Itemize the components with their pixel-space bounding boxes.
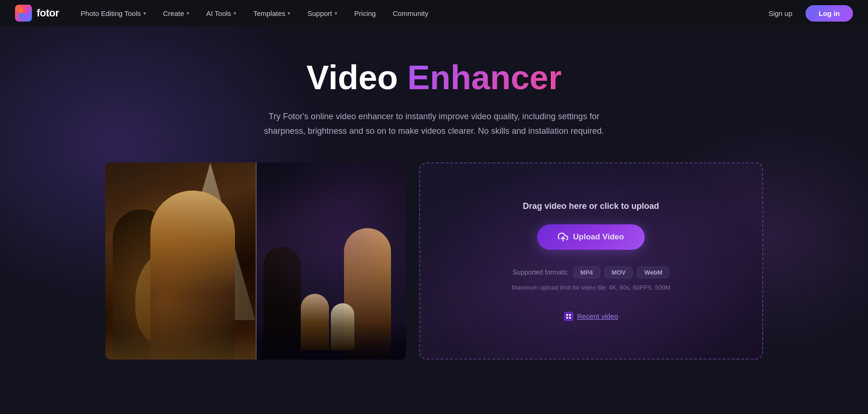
hero-subtitle: Try Fotor's online video enhancer to ins… [251,109,618,138]
hero-section: Video Enhancer Try Fotor's online video … [0,26,868,414]
video-left-panel [105,162,256,360]
nav-item-templates[interactable]: Templates ▾ [245,0,299,26]
upload-video-button[interactable]: Upload Video [537,224,644,250]
login-button[interactable]: Log in [805,5,853,22]
svg-rect-1 [24,8,28,13]
upload-icon [558,232,568,242]
logo-text: fotor [37,7,59,19]
chevron-down-icon: ▾ [234,10,236,16]
main-content-area: Drag video here or click to upload Uploa… [105,162,763,360]
nav-item-pricing[interactable]: Pricing [346,0,384,26]
supported-formats: Supported formats: MP4 MOV WebM [513,267,669,278]
format-badge-mov: MOV [605,267,633,278]
nav-item-create[interactable]: Create ▾ [155,0,198,26]
svg-rect-7 [566,317,568,319]
svg-rect-2 [19,14,23,18]
nav-item-ai-tools[interactable]: AI Tools ▾ [198,0,245,26]
video-preview [105,162,406,360]
recent-video-label: Recent video [577,312,618,320]
svg-rect-0 [19,8,23,13]
signup-button[interactable]: Sign up [763,6,798,21]
chevron-down-icon: ▾ [335,10,337,16]
nav-item-support[interactable]: Support ▾ [299,0,346,26]
drag-text: Drag video here or click to upload [523,201,659,211]
svg-rect-8 [569,317,571,319]
logo-link[interactable]: fotor [15,5,59,22]
chevron-down-icon: ▾ [143,10,146,16]
format-badge-mp4: MP4 [573,267,600,278]
recent-video-icon [564,312,573,321]
upload-dropzone[interactable]: Drag video here or click to upload Uploa… [419,162,763,360]
nav-item-photo-editing-tools[interactable]: Photo Editing Tools ▾ [72,0,155,26]
svg-rect-3 [24,14,28,18]
chevron-down-icon: ▾ [187,10,189,16]
chevron-down-icon: ▾ [288,10,290,16]
svg-rect-5 [566,314,568,316]
video-right-panel [256,162,406,360]
nav-auth: Sign up Log in [763,5,853,22]
upload-limit-text: Maximum upload limit for video file: 4K,… [512,284,670,291]
video-split [105,162,406,360]
svg-rect-6 [569,314,571,316]
format-badge-webm: WebM [637,267,669,278]
recent-video-link[interactable]: Recent video [564,312,618,321]
logo-icon [15,5,32,22]
page-title: Video Enhancer [306,59,562,96]
navigation: fotor Photo Editing Tools ▾ Create ▾ AI … [0,0,868,26]
nav-items: Photo Editing Tools ▾ Create ▾ AI Tools … [72,0,763,26]
nav-item-community[interactable]: Community [384,0,437,26]
